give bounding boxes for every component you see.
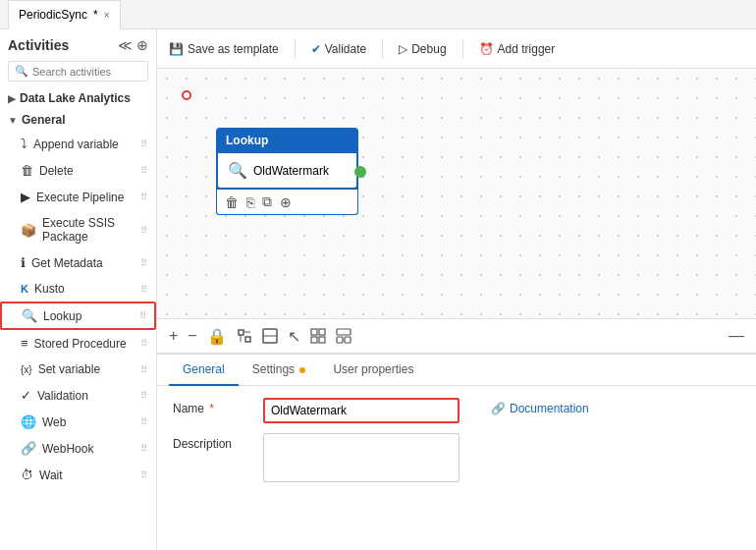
sidebar-header: Activities ≪ ⊕ <box>0 29 156 57</box>
separator-3 <box>462 39 463 59</box>
pin-icon[interactable]: ⊕ <box>136 37 148 53</box>
sidebar-section-data-lake[interactable]: ▶ Data Lake Analytics <box>0 87 156 109</box>
lock-button[interactable]: 🔒 <box>207 327 227 346</box>
sidebar-item-lookup[interactable]: 🔍 Lookup ⠿ <box>0 302 156 330</box>
debug-button[interactable]: ▷ Debug <box>399 42 446 56</box>
drag-handle: ⠿ <box>140 138 147 149</box>
sidebar-item-label: Get Metadata <box>31 256 103 270</box>
clone-action-icon[interactable]: ⧉ <box>262 193 272 210</box>
sidebar-section-general[interactable]: ▼ General <box>0 109 156 131</box>
grid-button[interactable] <box>310 328 326 344</box>
sidebar-item-label: Execute Pipeline <box>36 191 124 204</box>
zoom-in-button[interactable]: + <box>169 327 178 345</box>
section-label-data-lake: Data Lake Analytics <box>20 91 131 105</box>
save-as-template-button[interactable]: 💾 Save as template <box>169 42 279 56</box>
sidebar-item-stored-procedure[interactable]: ≡ Stored Procedure ⠿ <box>0 330 156 357</box>
drag-handle: ⠿ <box>140 364 147 375</box>
collapse-icon[interactable]: ≪ <box>118 37 133 53</box>
tab-user-properties-label: User properties <box>333 362 413 376</box>
search-icon: 🔍 <box>15 65 28 78</box>
name-row: Name * 🔗 Documentation <box>173 398 740 423</box>
canvas-toolbar: + − 🔒 ↖ <box>157 318 756 354</box>
sidebar-item-webhook[interactable]: 🔗 WebHook ⠿ <box>0 435 156 462</box>
sidebar-item-label: Delete <box>39 164 74 178</box>
delete-action-icon[interactable]: 🗑 <box>225 194 239 210</box>
properties-tabs: General Settings User properties <box>157 355 756 386</box>
kusto-icon: K <box>21 283 28 295</box>
activity-block-lookup[interactable]: Lookup 🔍 OldWatermark 🗑 ⎘ ⧉ ⊕ <box>216 128 358 215</box>
sidebar-item-label: Set variable <box>38 362 100 376</box>
execute-ssis-icon: 📦 <box>21 223 36 238</box>
sidebar-item-execute-ssis[interactable]: 📦 Execute SSIS Package ⠿ <box>0 210 156 249</box>
zoom-to-fit-button[interactable] <box>262 328 278 344</box>
separator-2 <box>382 39 383 59</box>
documentation-link[interactable]: 🔗 Documentation <box>491 398 589 415</box>
validate-icon: ✔ <box>311 42 321 56</box>
trigger-icon: ⏰ <box>479 42 494 56</box>
svg-rect-11 <box>337 337 343 343</box>
pipeline-canvas[interactable]: Lookup 🔍 OldWatermark 🗑 ⎘ ⧉ ⊕ <box>157 69 756 318</box>
sidebar-item-label: Web <box>42 415 66 429</box>
sidebar-item-validation[interactable]: ✓ Validation ⠿ <box>0 382 156 409</box>
save-icon: 💾 <box>169 42 184 56</box>
tab-general[interactable]: General <box>169 355 239 386</box>
sidebar-item-web[interactable]: 🌐 Web ⠿ <box>0 409 156 435</box>
debug-icon: ▷ <box>399 42 407 56</box>
copy-action-icon[interactable]: ⎘ <box>246 194 254 210</box>
drag-handle: ⠿ <box>140 192 147 202</box>
sidebar-item-label: Wait <box>39 468 63 482</box>
search-input[interactable] <box>32 66 141 78</box>
minimize-panel-button[interactable]: — <box>729 327 744 345</box>
activity-block-actions: 🗑 ⎘ ⧉ ⊕ <box>216 190 358 215</box>
sidebar-item-set-variable[interactable]: {x} Set variable ⠿ <box>0 357 156 382</box>
sidebar-item-wait[interactable]: ⏱ Wait ⠿ <box>0 462 156 488</box>
validate-label: Validate <box>325 42 366 56</box>
sidebar-item-append-variable[interactable]: ⤵ Append variable ⠿ <box>0 131 156 157</box>
settings-dot <box>299 367 305 373</box>
sidebar-item-get-metadata[interactable]: ℹ Get Metadata ⠿ <box>0 249 156 276</box>
activity-block-header: Lookup <box>216 128 358 153</box>
required-star: * <box>209 402 214 415</box>
svg-rect-9 <box>319 337 325 343</box>
description-input[interactable] <box>263 433 459 482</box>
main-layout: Activities ≪ ⊕ 🔍 ▶ Data Lake Analytics ▼… <box>0 29 756 550</box>
validate-button[interactable]: ✔ Validate <box>311 42 366 56</box>
tab-settings[interactable]: Settings <box>239 355 320 386</box>
description-label: Description <box>173 433 251 451</box>
save-as-template-label: Save as template <box>188 42 279 56</box>
sidebar-item-label: Append variable <box>33 138 119 151</box>
sidebar-item-delete[interactable]: 🗑 Delete ⠿ <box>0 157 156 184</box>
drag-handle: ⠿ <box>139 310 146 321</box>
stored-procedure-icon: ≡ <box>21 336 28 351</box>
validation-icon: ✓ <box>21 388 31 403</box>
external-link-icon: 🔗 <box>491 402 506 415</box>
content-area: 💾 Save as template ✔ Validate ▷ Debug ⏰ … <box>157 29 756 550</box>
lookup-icon: 🔍 <box>22 308 37 323</box>
tab-periodic-sync[interactable]: PeriodicSync * × <box>8 0 121 29</box>
sidebar-item-label: Lookup <box>43 309 81 323</box>
tab-title: PeriodicSync <box>19 8 87 22</box>
documentation-label: Documentation <box>510 402 589 415</box>
drag-handle: ⠿ <box>140 390 147 401</box>
name-input[interactable] <box>263 398 459 423</box>
connect-action-icon[interactable]: ⊕ <box>280 194 292 210</box>
sidebar-search-box: 🔍 <box>8 61 148 82</box>
layout-button[interactable] <box>336 328 351 344</box>
drag-handle: ⠿ <box>140 225 147 236</box>
drag-handle: ⠿ <box>140 284 147 295</box>
tab-general-label: General <box>183 362 225 376</box>
sidebar-item-execute-pipeline[interactable]: ▶ Execute Pipeline ⠿ <box>0 184 156 210</box>
fit-screen-button[interactable] <box>237 328 252 344</box>
add-trigger-label: Add trigger <box>498 42 556 56</box>
svg-rect-12 <box>345 337 351 343</box>
sidebar-controls: ≪ ⊕ <box>118 37 148 53</box>
sidebar-item-kusto[interactable]: K Kusto ⠿ <box>0 276 156 302</box>
chevron-right-icon: ▶ <box>8 93 16 104</box>
select-button[interactable]: ↖ <box>288 327 300 346</box>
description-row: Description <box>173 433 740 482</box>
add-trigger-button[interactable]: ⏰ Add trigger <box>479 42 556 56</box>
zoom-out-button[interactable]: − <box>188 327 196 345</box>
tab-user-properties[interactable]: User properties <box>319 355 427 386</box>
delete-icon: 🗑 <box>21 163 33 178</box>
tab-close-button[interactable]: × <box>104 10 110 21</box>
